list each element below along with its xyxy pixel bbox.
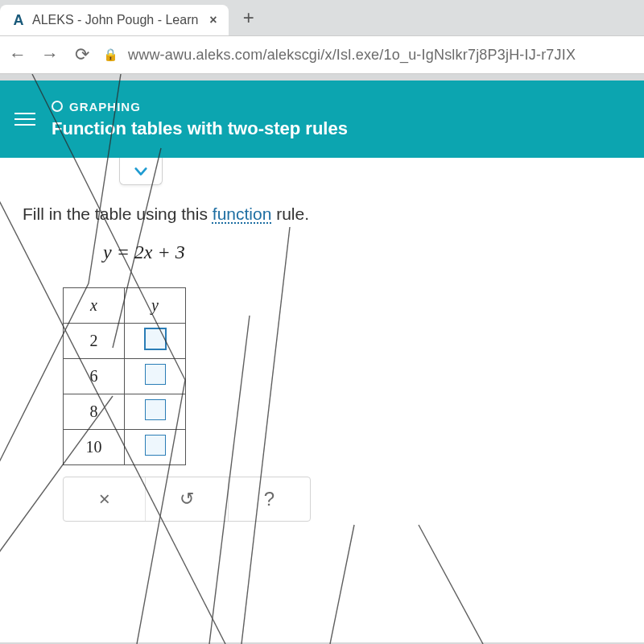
cell-x: 10	[64, 430, 125, 465]
y-input[interactable]	[145, 435, 166, 456]
table-row: 2	[64, 324, 186, 359]
aleks-favicon: A	[11, 13, 26, 27]
banner-category: GRAPHING	[52, 100, 348, 114]
table-row: 6	[64, 359, 186, 394]
cell-y	[125, 394, 186, 430]
question-icon: ?	[264, 488, 275, 510]
instruction-text: Fill in the table using this function ru…	[23, 204, 621, 224]
browser-tab[interactable]: A ALEKS - John Pough - Learn ×	[0, 5, 229, 35]
question-dropdown[interactable]	[119, 158, 163, 185]
reload-icon[interactable]: ⟳	[71, 44, 93, 65]
instruction-prefix: Fill in the table using this	[23, 204, 213, 223]
x-icon: ×	[99, 488, 110, 510]
answer-toolbar: × ↺ ?	[63, 477, 311, 522]
chevron-down-icon	[134, 167, 148, 176]
tab-bar: A ALEKS - John Pough - Learn × +	[0, 0, 644, 35]
header-y: y	[125, 288, 186, 324]
cell-x: 8	[64, 394, 125, 430]
address-bar: ← → ⟳ 🔒 www-awu.aleks.com/alekscgi/x/Isl…	[0, 35, 644, 74]
back-icon[interactable]: ←	[6, 44, 29, 65]
clear-button[interactable]: ×	[64, 477, 146, 521]
category-label: GRAPHING	[69, 100, 141, 114]
banner-text: GRAPHING Function tables with two-step r…	[52, 100, 348, 139]
instruction-suffix: rule.	[271, 204, 309, 223]
y-input[interactable]	[145, 328, 166, 349]
header-x: x	[64, 288, 125, 324]
table-header-row: x y	[64, 288, 186, 324]
y-input[interactable]	[145, 364, 166, 385]
page-viewport: GRAPHING Function tables with two-step r…	[0, 74, 644, 644]
table-row: 8	[64, 394, 186, 430]
topic-banner: GRAPHING Function tables with two-step r…	[0, 80, 644, 158]
function-link[interactable]: function	[213, 204, 272, 223]
new-tab-button[interactable]: +	[235, 4, 262, 31]
content-panel: Fill in the table using this function ru…	[0, 158, 644, 642]
menu-icon[interactable]	[14, 113, 35, 126]
cell-y	[125, 430, 186, 465]
cell-x: 6	[64, 359, 125, 394]
lock-icon: 🔒	[103, 47, 118, 62]
cell-x: 2	[64, 324, 125, 359]
cell-y	[125, 359, 186, 394]
close-icon[interactable]: ×	[209, 13, 217, 27]
browser-chrome: A ALEKS - John Pough - Learn × + ← → ⟳ 🔒…	[0, 0, 644, 74]
undo-icon: ↺	[180, 489, 194, 510]
undo-button[interactable]: ↺	[146, 477, 228, 521]
equation: y = 2x + 3	[103, 242, 621, 263]
function-table: x y 2 6 8 10	[63, 287, 186, 465]
help-button[interactable]: ?	[229, 477, 310, 521]
table-row: 10	[64, 430, 186, 465]
category-icon	[52, 101, 63, 112]
y-input[interactable]	[145, 399, 166, 420]
url-text[interactable]: www-awu.aleks.com/alekscgi/x/Isl.exe/1o_…	[128, 47, 638, 64]
tab-title: ALEKS - John Pough - Learn	[32, 13, 198, 27]
banner-title: Function tables with two-step rules	[52, 118, 348, 139]
forward-icon[interactable]: →	[39, 44, 61, 65]
cell-y	[125, 324, 186, 359]
